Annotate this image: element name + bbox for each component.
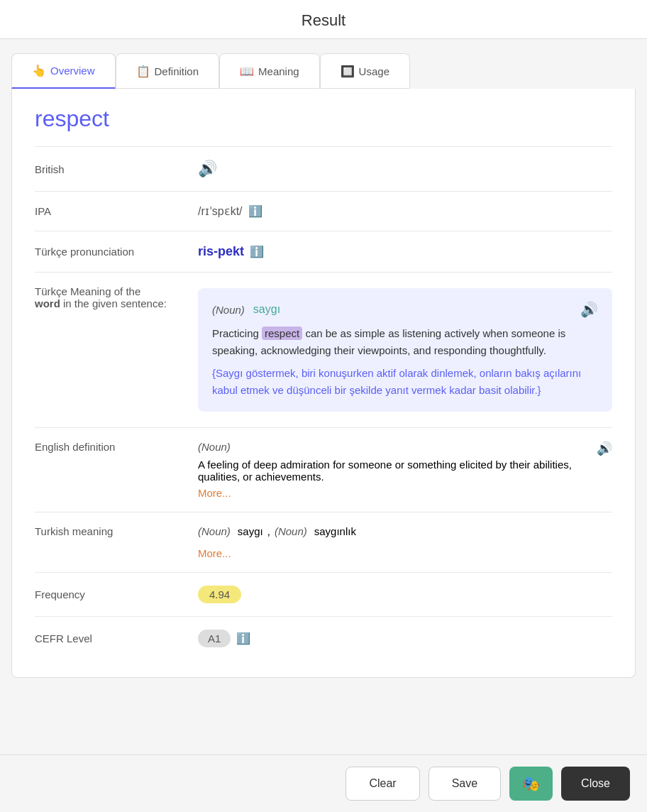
- page-title: Result: [0, 0, 647, 39]
- cefr-row: CEFR Level A1 ℹ️: [35, 616, 612, 660]
- english-def-noun: (Noun): [198, 441, 231, 453]
- turkish-meaning-label: Türkçe Meaning of the word in the given …: [35, 285, 198, 309]
- turkish-meaning-bold: word: [35, 297, 60, 309]
- save-button[interactable]: Save: [428, 767, 501, 801]
- tab-meaning-label: Meaning: [258, 65, 299, 77]
- english-def-block: (Noun) A feeling of deep admiration for …: [198, 441, 591, 499]
- turkish-meaning-suffix: in the given sentence:: [63, 297, 167, 309]
- cefr-value: A1 ℹ️: [198, 630, 612, 647]
- turkish-pron-text: ris-pekt: [198, 244, 244, 259]
- tab-usage-label: Usage: [359, 65, 389, 77]
- ipa-info-icon[interactable]: ℹ️: [248, 204, 262, 218]
- english-sentence: Practicing respect can be as simple as l…: [212, 325, 598, 359]
- clear-button[interactable]: Clear: [345, 767, 419, 801]
- turkish-noun1: (Noun): [198, 525, 231, 537]
- meaning-sound-icon[interactable]: 🔊: [580, 301, 598, 318]
- turkish-more[interactable]: More...: [198, 547, 231, 559]
- turkish-meaning-row: Türkçe Meaning of the word in the given …: [35, 272, 612, 427]
- content-area: respect British 🔊 IPA /rɪˈspɛkt/ ℹ️ Türk…: [11, 89, 636, 678]
- turkish-meaning-label-text: Türkçe Meaning of the: [35, 285, 140, 297]
- english-def-more[interactable]: More...: [198, 487, 591, 499]
- english-def-value: (Noun) A feeling of deep admiration for …: [198, 441, 612, 499]
- saygı-word: saygı: [253, 303, 280, 316]
- turkish-pron-row: Türkçe pronunciation ris-pekt ℹ️: [35, 231, 612, 272]
- overview-icon: 👆: [32, 64, 46, 77]
- tab-meaning[interactable]: 📖 Meaning: [219, 53, 320, 89]
- frequency-value: 4.94: [198, 586, 612, 603]
- meaning-icon: 📖: [240, 65, 254, 78]
- cefr-info-icon[interactable]: ℹ️: [236, 632, 250, 645]
- bottom-bar: Clear Save 🎭 Close: [0, 755, 647, 812]
- tab-definition-label: Definition: [155, 65, 199, 77]
- british-row: British 🔊: [35, 146, 612, 191]
- mask-button[interactable]: 🎭: [509, 767, 553, 801]
- tabs-bar: 👆 Overview 📋 Definition 📖 Meaning 🔲 Usag…: [11, 53, 636, 89]
- turkish-meaning-row2: Turkish meaning (Noun) saygı , (Noun) sa…: [35, 512, 612, 572]
- highlighted-word: respect: [262, 327, 302, 340]
- noun-label-1: (Noun): [212, 304, 245, 316]
- ipa-value: /rɪˈspɛkt/ ℹ️: [198, 204, 612, 218]
- english-def-row: English definition (Noun) A feeling of d…: [35, 427, 612, 512]
- definition-icon: 📋: [136, 65, 150, 78]
- cefr-badge: A1: [198, 630, 231, 647]
- turkish-meaning-label2: Turkish meaning: [35, 525, 198, 537]
- close-button[interactable]: Close: [561, 767, 630, 801]
- turkish-translation: {Saygı göstermek, biri konuşurken aktif …: [212, 365, 598, 399]
- frequency-label: Frequency: [35, 588, 198, 600]
- cefr-label: CEFR Level: [35, 632, 198, 644]
- frequency-badge: 4.94: [198, 586, 241, 603]
- ipa-label: IPA: [35, 205, 198, 217]
- tab-overview-label: Overview: [50, 65, 95, 77]
- sentence-before: Practicing: [212, 327, 262, 339]
- meaning-inner: Practicing respect can be as simple as l…: [212, 325, 598, 399]
- turkish-word2: saygınlık: [314, 525, 356, 537]
- ipa-text: /rɪˈspɛkt/: [198, 204, 243, 218]
- turkish-meaning-value2: (Noun) saygı , (Noun) saygınlık More...: [198, 525, 612, 559]
- english-def-text: A feeling of deep admiration for someone…: [198, 459, 591, 483]
- meaning-box: (Noun) saygı 🔊 Practicing respect can be…: [198, 288, 612, 412]
- tab-definition[interactable]: 📋 Definition: [116, 53, 220, 89]
- word-title: respect: [35, 106, 612, 132]
- tab-overview[interactable]: 👆 Overview: [11, 53, 116, 89]
- turkish-pron-value: ris-pekt ℹ️: [198, 244, 612, 259]
- separator: ,: [267, 525, 270, 537]
- turkish-noun2: (Noun): [275, 525, 307, 537]
- turkish-word1: saygı: [238, 525, 263, 537]
- british-sound-icon[interactable]: 🔊: [198, 160, 217, 178]
- frequency-row: Frequency 4.94: [35, 572, 612, 616]
- british-label: British: [35, 163, 198, 175]
- mask-icon: 🎭: [522, 776, 540, 791]
- turkish-meaning-value: (Noun) saygı 🔊 Practicing respect can be…: [198, 285, 612, 415]
- british-value: 🔊: [198, 160, 612, 178]
- turkish-pron-label: Türkçe pronunciation: [35, 246, 198, 258]
- english-def-sound-btn[interactable]: 🔊: [597, 441, 612, 456]
- def-line: (Noun) A feeling of deep admiration for …: [198, 441, 591, 483]
- turkish-pron-info-icon[interactable]: ℹ️: [250, 245, 264, 258]
- usage-icon: 🔲: [341, 65, 355, 78]
- tab-usage[interactable]: 🔲 Usage: [320, 53, 410, 89]
- ipa-row: IPA /rɪˈspɛkt/ ℹ️: [35, 191, 612, 231]
- english-def-label: English definition: [35, 441, 198, 453]
